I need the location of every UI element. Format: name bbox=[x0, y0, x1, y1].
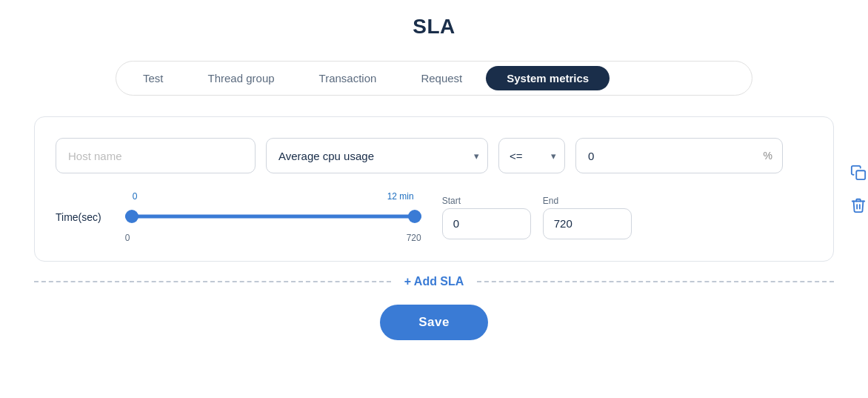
end-field-wrap: End bbox=[543, 196, 632, 239]
dashed-line-right bbox=[477, 281, 834, 282]
slider-bottom-labels: 0 720 bbox=[125, 233, 421, 243]
metric-select[interactable]: Average cpu usage Max cpu usage Average … bbox=[266, 138, 488, 173]
action-icons bbox=[846, 160, 868, 218]
metric-select-wrap: Average cpu usage Max cpu usage Average … bbox=[266, 138, 488, 173]
sla-card: Average cpu usage Max cpu usage Average … bbox=[34, 116, 834, 262]
start-input[interactable] bbox=[442, 208, 531, 239]
trash-icon bbox=[850, 197, 867, 213]
tab-test[interactable]: Test bbox=[122, 66, 184, 90]
slider-thumb-end[interactable] bbox=[408, 210, 421, 223]
operator-select-wrap: <= >= < > = ▾ bbox=[498, 138, 565, 173]
tab-bar: Test Thread group Transaction Request Sy… bbox=[116, 61, 752, 96]
copy-button[interactable] bbox=[846, 160, 868, 185]
svg-rect-0 bbox=[856, 170, 865, 179]
add-sla-row: + Add SLA bbox=[34, 275, 834, 288]
tab-thread-group[interactable]: Thread group bbox=[187, 66, 296, 90]
dashed-line-left bbox=[34, 281, 391, 282]
slider-min-label: 0 bbox=[125, 233, 130, 243]
slider-track bbox=[125, 215, 421, 219]
slider-end-value-label: 12 min bbox=[387, 191, 414, 202]
time-inputs: Start End bbox=[442, 196, 632, 239]
slider-max-label: 720 bbox=[407, 233, 421, 243]
time-row: Time(sec) 0 12 min 0 720 bbox=[56, 191, 812, 243]
slider-top-labels: 0 12 min bbox=[125, 191, 421, 202]
threshold-input[interactable] bbox=[575, 138, 783, 173]
end-label: End bbox=[543, 196, 632, 206]
start-field-wrap: Start bbox=[442, 196, 531, 239]
copy-icon bbox=[850, 165, 867, 181]
tab-transaction[interactable]: Transaction bbox=[298, 66, 398, 90]
end-input[interactable] bbox=[543, 208, 632, 239]
delete-button[interactable] bbox=[846, 193, 868, 218]
slider-thumb-start[interactable] bbox=[125, 210, 138, 223]
save-button[interactable]: Save bbox=[380, 305, 488, 340]
slider-start-value-label: 0 bbox=[133, 191, 138, 202]
add-sla-button[interactable]: + Add SLA bbox=[391, 275, 478, 288]
time-label: Time(sec) bbox=[56, 211, 101, 223]
page-title: SLA bbox=[413, 15, 455, 39]
time-slider-container: 0 12 min 0 720 bbox=[125, 191, 421, 243]
condition-row: Average cpu usage Max cpu usage Average … bbox=[56, 138, 812, 173]
tab-request[interactable]: Request bbox=[400, 66, 483, 90]
threshold-wrap: % bbox=[575, 138, 783, 173]
slider-track-visual[interactable] bbox=[125, 203, 421, 230]
operator-select[interactable]: <= >= < > = bbox=[498, 138, 565, 173]
host-name-input[interactable] bbox=[56, 138, 256, 173]
tab-system-metrics[interactable]: System metrics bbox=[486, 66, 610, 90]
start-label: Start bbox=[442, 196, 531, 206]
